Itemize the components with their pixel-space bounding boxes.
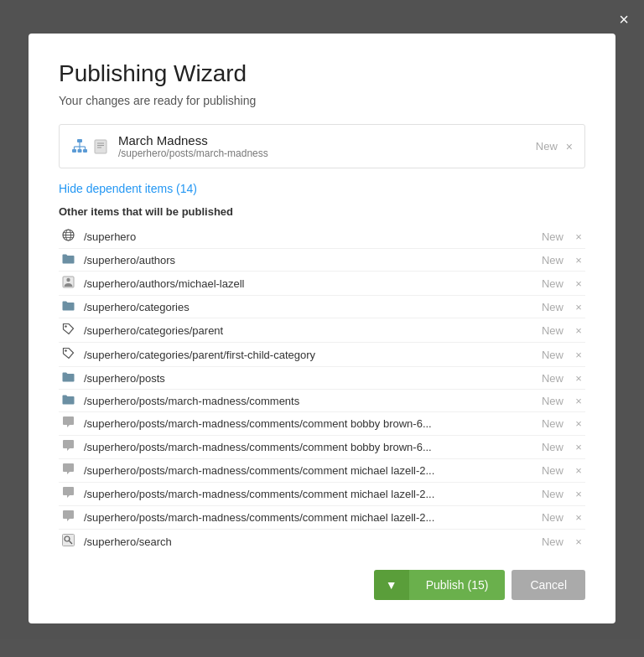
globe-icon — [59, 229, 77, 244]
publish-button[interactable]: Publish (15) — [409, 570, 506, 600]
main-item-status: New — [536, 140, 558, 153]
item-path: /superhero/categories — [84, 301, 542, 313]
svg-rect-2 — [78, 149, 82, 153]
item-status: New — [542, 535, 564, 548]
dependent-items-list: /superheroNew×/superhero/authorsNew×/sup… — [59, 225, 585, 553]
item-remove-button[interactable]: × — [572, 230, 585, 243]
svg-point-21 — [65, 349, 66, 351]
list-item: /superhero/categories/parent/first-child… — [59, 343, 585, 367]
list-item: /superhero/authorsNew× — [59, 249, 585, 272]
item-remove-button[interactable]: × — [572, 301, 585, 313]
comment-icon — [59, 510, 77, 525]
list-item: /superhero/posts/march-madness/commentsN… — [59, 390, 585, 412]
item-status: New — [542, 277, 564, 290]
item-path: /superhero/posts/march-madness/comments — [84, 395, 542, 407]
item-path: /superhero/authors/michael-lazell — [84, 277, 542, 290]
item-path: /superhero/search — [84, 535, 542, 548]
modal-title: Publishing Wizard — [59, 60, 585, 87]
main-item-remove-button[interactable]: × — [566, 140, 573, 153]
item-path: /superhero/posts/march-madness/comments/… — [84, 441, 542, 453]
item-remove-button[interactable]: × — [572, 535, 585, 548]
publishing-wizard-modal: Publishing Wizard Your changes are ready… — [29, 34, 615, 623]
folder-icon — [59, 253, 77, 266]
item-remove-button[interactable]: × — [572, 464, 585, 477]
tag-icon — [59, 323, 77, 338]
person-icon — [59, 276, 77, 291]
list-item: /superhero/searchNew× — [59, 530, 585, 553]
main-item-info: March Madness /superhero/posts/march-mad… — [118, 133, 536, 159]
item-remove-button[interactable]: × — [572, 488, 585, 500]
item-remove-button[interactable]: × — [572, 441, 585, 453]
item-remove-button[interactable]: × — [572, 324, 585, 337]
list-item: /superhero/posts/march-madness/comments/… — [59, 506, 585, 530]
svg-rect-0 — [77, 139, 82, 142]
svg-rect-9 — [95, 140, 106, 153]
item-path: /superhero/categories/parent/first-child… — [84, 349, 542, 361]
list-item: /superhero/posts/march-madness/comments/… — [59, 436, 585, 459]
item-remove-button[interactable]: × — [572, 417, 585, 430]
svg-point-20 — [65, 325, 66, 327]
item-remove-button[interactable]: × — [572, 395, 585, 407]
comment-icon — [59, 487, 77, 501]
item-path: /superhero/posts/march-madness/comments/… — [84, 417, 542, 430]
comment-icon — [59, 416, 77, 431]
list-item: /superhero/posts/march-madness/comments/… — [59, 459, 585, 483]
svg-rect-1 — [72, 149, 76, 153]
page-icon — [93, 137, 108, 155]
item-status: New — [542, 254, 564, 266]
item-remove-button[interactable]: × — [572, 254, 585, 266]
item-status: New — [542, 395, 564, 407]
main-item-box: March Madness /superhero/posts/march-mad… — [59, 124, 585, 168]
main-item-name: March Madness — [118, 133, 536, 147]
item-status: New — [542, 301, 564, 313]
search-icon — [59, 534, 77, 549]
item-status: New — [542, 349, 564, 361]
item-remove-button[interactable]: × — [572, 372, 585, 385]
item-status: New — [542, 488, 564, 500]
cancel-button[interactable]: Cancel — [512, 570, 585, 600]
publish-dropdown-button[interactable]: ▼ — [374, 570, 409, 600]
item-remove-button[interactable]: × — [572, 349, 585, 361]
item-status: New — [542, 324, 564, 337]
item-path: /superhero/posts/march-madness/comments/… — [84, 488, 542, 500]
list-item: /superhero/authors/michael-lazellNew× — [59, 272, 585, 296]
list-item: /superhero/posts/march-madness/comments/… — [59, 483, 585, 506]
item-status: New — [542, 417, 564, 430]
item-status: New — [542, 464, 564, 477]
item-remove-button[interactable]: × — [572, 511, 585, 524]
item-status: New — [542, 511, 564, 524]
folder-icon — [59, 394, 77, 407]
list-item: /superhero/posts/march-madness/comments/… — [59, 412, 585, 436]
item-status: New — [542, 372, 564, 385]
item-remove-button[interactable]: × — [572, 277, 585, 290]
main-item-path: /superhero/posts/march-madness — [118, 147, 536, 159]
list-item: /superheroNew× — [59, 225, 585, 249]
item-path: /superhero/posts/march-madness/comments/… — [84, 511, 542, 524]
modal-close-x-icon[interactable]: × — [619, 10, 629, 29]
item-path: /superhero/posts — [84, 372, 542, 385]
folder-icon — [59, 371, 77, 385]
list-item: /superhero/postsNew× — [59, 367, 585, 390]
site-hierarchy-icon — [71, 137, 88, 155]
comment-icon — [59, 440, 77, 454]
item-path: /superhero/categories/parent — [84, 324, 542, 337]
list-item: /superhero/categories/parentNew× — [59, 318, 585, 343]
comment-icon — [59, 463, 77, 478]
main-item-icons — [71, 137, 108, 155]
item-status: New — [542, 441, 564, 453]
tag-icon — [59, 347, 77, 362]
item-status: New — [542, 230, 564, 243]
svg-rect-22 — [62, 535, 74, 546]
list-item: /superhero/categoriesNew× — [59, 296, 585, 318]
svg-rect-3 — [83, 149, 87, 153]
folder-icon — [59, 300, 77, 313]
svg-point-19 — [66, 278, 70, 282]
other-items-heading: Other items that will be published — [59, 205, 585, 218]
modal-footer: ▼ Publish (15) Cancel — [59, 570, 585, 600]
item-path: /superhero/posts/march-madness/comments/… — [84, 464, 542, 477]
item-path: /superhero — [84, 230, 542, 243]
item-path: /superhero/authors — [84, 254, 542, 266]
modal-subtitle: Your changes are ready for publishing — [59, 94, 585, 107]
hide-dependent-link[interactable]: Hide dependent items (14) — [59, 182, 585, 195]
